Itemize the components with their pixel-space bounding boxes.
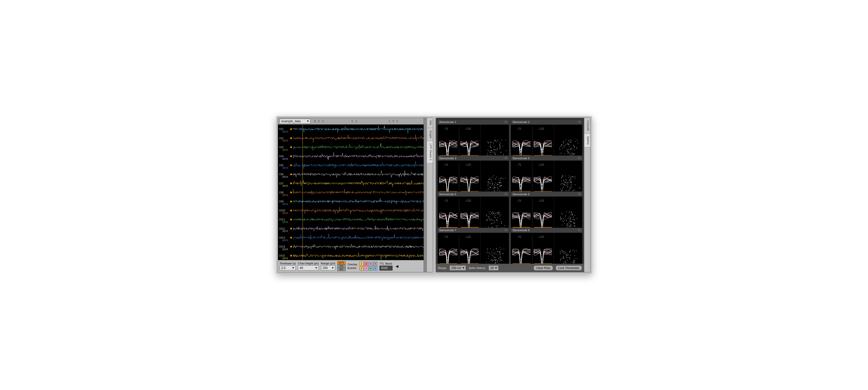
svg-point-121 (495, 153, 495, 154)
svg-point-110 (493, 152, 493, 152)
svg-point-563 (570, 221, 570, 221)
svg-point-304 (497, 187, 498, 188)
spike-projection-plot[interactable] (480, 233, 509, 264)
svg-point-444 (571, 179, 571, 179)
overlay-event-4[interactable]: 4 (364, 266, 368, 271)
spike-range-select[interactable]: 250 uV (450, 265, 466, 271)
chanheight-select[interactable]: 40 (298, 265, 319, 271)
headphone-icon[interactable] (578, 229, 581, 232)
lock-thresholds-button[interactable]: Lock Thresholds (556, 265, 582, 271)
svg-point-9 (290, 146, 292, 148)
overlay-event-1[interactable]: 1 (360, 262, 364, 266)
overlay-event-7[interactable]: 7 (373, 262, 377, 266)
overlay-event-5[interactable]: 5 (369, 262, 373, 266)
lfp-trace-area[interactable]: CH1DATACH2DATACH3DATACH4DATACH5DATACH6DA… (278, 125, 424, 260)
timebase-select[interactable]: 2.0 (280, 265, 296, 271)
svg-point-170 (568, 143, 568, 144)
svg-text:DATA: DATA (282, 167, 288, 169)
svg-point-405 (570, 180, 570, 180)
svg-point-95 (489, 151, 489, 151)
headphone-icon[interactable] (504, 229, 507, 232)
svg-point-191 (564, 147, 565, 148)
overlay-event-2[interactable]: 2 (360, 266, 364, 271)
svg-point-624 (572, 220, 573, 220)
svg-point-322 (499, 179, 499, 180)
svg-point-281 (500, 181, 500, 181)
svg-text:DATA: DATA (282, 257, 288, 260)
lfp-scrollbar[interactable] (424, 118, 427, 272)
stereotrode-tile-6[interactable]: Stereotrode 6 -75-1257575 (510, 191, 583, 226)
stereotrode-tile-7[interactable]: Stereotrode 7 -75-1257575 (437, 228, 509, 262)
svg-text:CH7: CH7 (279, 182, 283, 185)
svg-point-241 (570, 148, 571, 149)
svg-point-260 (495, 183, 495, 183)
headphone-icon[interactable] (504, 120, 507, 124)
svg-point-300 (488, 181, 489, 182)
svg-point-12 (290, 155, 292, 157)
time-tick: 0.5 s (312, 119, 349, 123)
svg-text:CH13: CH13 (279, 236, 285, 239)
range-select[interactable]: 250 (321, 265, 335, 271)
stereotrode-tile-1[interactable]: Stereotrode 1 -75-1257575 (437, 119, 509, 154)
badge-data[interactable]: DATA (337, 261, 346, 264)
svg-point-833 (567, 258, 568, 258)
svg-point-401 (567, 183, 567, 184)
spike-history-select[interactable]: 10 (489, 265, 499, 271)
svg-point-768 (562, 252, 562, 252)
dataset-select[interactable]: example_data (280, 119, 310, 124)
time-tick: 1 s (349, 119, 386, 123)
svg-point-807 (569, 258, 569, 258)
clear-plots-button[interactable]: Clear Plots (533, 265, 553, 271)
overlay-event-8[interactable]: 8 (373, 266, 377, 271)
tab-spikes[interactable]: Spikes (584, 133, 590, 147)
svg-point-738 (501, 260, 501, 261)
spike-waveform-plot[interactable]: -75-1257575 (511, 233, 554, 264)
headphone-icon[interactable] (578, 156, 581, 160)
stereotrode-tile-2[interactable]: Stereotrode 2 -75-1257575 (510, 119, 583, 154)
svg-point-499 (496, 219, 496, 220)
svg-point-333 (492, 183, 493, 183)
svg-point-80 (502, 140, 502, 140)
headphone-icon[interactable] (504, 156, 507, 160)
svg-point-580 (570, 218, 570, 219)
headphone-icon[interactable] (504, 192, 507, 196)
svg-point-295 (494, 185, 495, 185)
svg-point-328 (488, 179, 489, 180)
tab-console[interactable]: Console (584, 118, 590, 133)
stereotrode-header: Stereotrode 7 (438, 228, 509, 233)
svg-point-803 (560, 260, 560, 261)
stereotrode-header: Stereotrode 2 (511, 120, 582, 125)
overlay-event-3[interactable]: 3 (364, 262, 368, 266)
svg-text:DATA: DATA (282, 130, 288, 133)
spike-waveform-plot[interactable]: -75-1257575 (438, 233, 480, 264)
svg-point-244 (565, 145, 565, 146)
svg-text:CH6: CH6 (279, 173, 283, 176)
svg-point-199 (563, 146, 564, 146)
badge-aux[interactable]: AUX (337, 265, 346, 268)
stereotrode-tile-3[interactable]: Stereotrode 3 -75-1257575 (437, 155, 509, 189)
headphone-icon[interactable] (578, 120, 581, 124)
svg-point-792 (562, 250, 562, 251)
svg-point-15 (290, 164, 292, 166)
overlay-event-6[interactable]: 6 (369, 266, 373, 271)
svg-point-278 (495, 178, 495, 179)
svg-point-58 (490, 154, 490, 155)
svg-point-186 (565, 139, 566, 140)
svg-point-164 (563, 143, 564, 143)
headphone-icon[interactable] (578, 192, 581, 196)
tab-info[interactable]: Info (427, 118, 433, 128)
badge-adc[interactable]: ADC (337, 268, 346, 271)
stereotrode-tile-4[interactable]: Stereotrode 4 -75-1257575 (510, 155, 583, 189)
tab-lfp-viewer[interactable]: LFP Viewer 1 (427, 141, 433, 163)
svg-text:DATA: DATA (282, 149, 288, 151)
svg-point-70 (500, 143, 501, 144)
stereotrode-tile-8[interactable]: Stereotrode 8 -75-1257575 (510, 228, 583, 262)
svg-point-727 (488, 248, 488, 249)
pause-icon[interactable]: ◀ (395, 264, 400, 268)
spike-projection-plot[interactable] (554, 233, 582, 264)
svg-point-126 (492, 152, 492, 152)
tab-graph[interactable]: Graph (427, 128, 433, 141)
svg-point-695 (495, 257, 496, 258)
stereotrode-tile-5[interactable]: Stereotrode 5 -75-1257575 (437, 191, 509, 226)
svg-point-216 (572, 153, 572, 154)
